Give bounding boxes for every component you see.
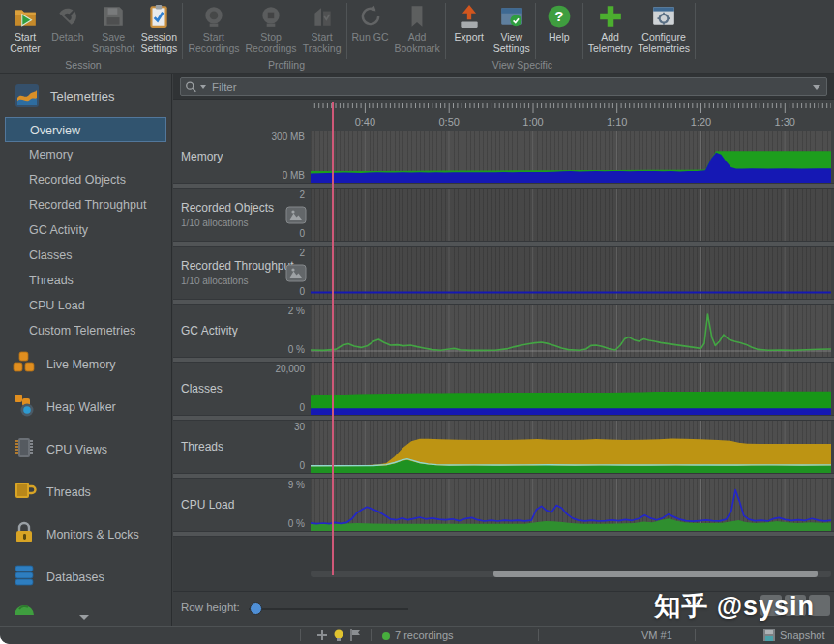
sidebar-header-telemetries[interactable]: Telemetries bbox=[0, 74, 171, 117]
heap-walker-icon bbox=[0, 393, 37, 422]
gc-activity-scale-max: 2 % bbox=[288, 306, 305, 316]
sidebar-item-overview[interactable]: Overview bbox=[5, 117, 166, 142]
svg-text:0:50: 0:50 bbox=[438, 116, 459, 128]
cpu-load-chart[interactable] bbox=[311, 479, 831, 531]
vm-selector[interactable]: VM #1 bbox=[641, 629, 672, 641]
add-bookmark-status-icon[interactable] bbox=[315, 629, 329, 642]
toolbar-configure-telemetries-button[interactable]: ConfigureTelemetries bbox=[635, 0, 693, 54]
stop-recordings-icon bbox=[258, 4, 283, 29]
toolbar-add-bookmark-button: AddBookmark bbox=[392, 0, 443, 54]
save-snapshot-icon bbox=[101, 4, 126, 29]
add-bookmark-icon bbox=[404, 4, 430, 29]
snapshot-label: Snapshot bbox=[780, 629, 824, 641]
gc-activity-chart[interactable] bbox=[311, 305, 831, 357]
telemetry-row-gc-activity: GC Activity2 %0 % bbox=[173, 305, 834, 357]
sidebar: Telemetries OverviewMemoryRecorded Objec… bbox=[0, 74, 172, 626]
sidebar-header-label: Telemetries bbox=[50, 89, 114, 103]
filter-input[interactable]: Filter bbox=[180, 77, 827, 96]
svg-text:1:00: 1:00 bbox=[522, 116, 543, 128]
sidebar-section-cpu-views[interactable]: CPU Views bbox=[0, 428, 171, 471]
recorded-objects-title: Recorded Objects bbox=[181, 201, 274, 215]
start-tracking-icon bbox=[310, 4, 335, 29]
bookmark-line[interactable] bbox=[332, 102, 334, 575]
search-icon bbox=[185, 80, 198, 93]
horizontal-scrollbar-thumb[interactable] bbox=[493, 571, 818, 577]
sidebar-section-label: Monitors & Locks bbox=[46, 528, 139, 542]
toolbar-session-settings-button[interactable]: SessionSettings bbox=[137, 0, 180, 54]
toolbar-separator bbox=[582, 3, 583, 59]
toolbar-run-gc-label: Run GC bbox=[352, 32, 389, 44]
classes-chart[interactable] bbox=[311, 363, 831, 415]
toolbar-view-settings-button[interactable]: ViewSettings bbox=[491, 0, 533, 54]
search-options-caret-icon[interactable] bbox=[200, 85, 206, 89]
recorded-throughput-title: Recorded Throughput bbox=[181, 259, 294, 273]
toolbar-help-label: Help bbox=[549, 32, 570, 44]
recorded-objects-sublabel: 1/10 allocations bbox=[181, 218, 249, 228]
row-height-slider-track[interactable] bbox=[249, 608, 408, 610]
sidebar-section-databases[interactable]: Databases bbox=[0, 556, 171, 599]
sidebar-section-monitors-locks[interactable]: Monitors & Locks bbox=[0, 513, 171, 556]
toolbar-save-snapshot-button: SaveSnapshot bbox=[89, 0, 137, 54]
svg-text:0:40: 0:40 bbox=[355, 116, 375, 128]
threads-scale-min: 0 bbox=[299, 460, 305, 471]
sidebar-item-cpu-load[interactable]: CPU Load bbox=[0, 293, 171, 318]
recorded-throughput-chart[interactable] bbox=[311, 247, 831, 299]
toolbar-start-tracking-label: StartTracking bbox=[303, 32, 342, 54]
globe-icon bbox=[12, 600, 37, 615]
toolbar-add-telemetry-button[interactable]: AddTelemetry bbox=[585, 0, 636, 54]
sidebar-item-recorded-throughput[interactable]: Recorded Throughput bbox=[0, 192, 171, 218]
toolbar-start-center-button[interactable]: StartCenter bbox=[4, 0, 46, 54]
memory-chart[interactable] bbox=[311, 131, 831, 183]
recorded-objects-label-area: Recorded Objects1/10 allocations20 bbox=[173, 189, 311, 241]
cpu-load-title: CPU Load bbox=[181, 498, 234, 512]
sidebar-section-heap-walker[interactable]: Heap Walker bbox=[0, 386, 171, 428]
recorded-objects-chart[interactable] bbox=[311, 189, 831, 241]
sidebar-item-threads[interactable]: Threads bbox=[0, 268, 171, 293]
toolbar-view-settings-label: ViewSettings bbox=[493, 32, 530, 54]
help-icon: ? bbox=[547, 4, 572, 29]
threads-chart[interactable] bbox=[311, 421, 831, 473]
recorded-throughput-label-area: Recorded Throughput1/10 allocations20 bbox=[173, 247, 311, 299]
sidebar-item-custom-telemetries[interactable]: Custom Telemetries bbox=[0, 318, 171, 343]
row-splitter[interactable] bbox=[173, 531, 834, 537]
threads-scale-max: 30 bbox=[294, 422, 305, 432]
sidebar-item-gc-activity[interactable]: GC Activity bbox=[0, 218, 171, 243]
recorded-objects-scale-max: 2 bbox=[299, 190, 305, 200]
jprofiler-window: StartCenterDetachSaveSnapshotSessionSett… bbox=[0, 0, 834, 644]
main-content: Filter 0:400:501:001:101:201:30Memory300… bbox=[173, 74, 834, 626]
telemetry-row-recorded-objects: Recorded Objects1/10 allocations20 bbox=[173, 189, 834, 241]
filter-dropdown-icon[interactable] bbox=[813, 85, 820, 90]
toolbar-detach-label: Detach bbox=[51, 32, 83, 44]
monitors-locks-icon bbox=[0, 520, 37, 549]
toolbar-help-button[interactable]: ?Help bbox=[538, 0, 581, 44]
toolbar-separator bbox=[445, 3, 446, 59]
snapshot-icon bbox=[762, 629, 776, 642]
recorded-objects-record-button[interactable] bbox=[285, 206, 307, 224]
recording-status-dot bbox=[382, 632, 390, 640]
sidebar-item-memory[interactable]: Memory bbox=[0, 142, 171, 167]
flag-icon[interactable] bbox=[348, 629, 362, 642]
sidebar-item-recorded-objects[interactable]: Recorded Objects bbox=[0, 167, 171, 192]
filter-bar: Filter bbox=[173, 74, 834, 100]
sidebar-section-label: Threads bbox=[46, 485, 91, 499]
recorded-throughput-record-button[interactable] bbox=[285, 264, 307, 282]
cpu-load-label-area: CPU Load9 %0 % bbox=[173, 479, 311, 531]
toolbar-start-recordings-button: StartRecordings bbox=[185, 0, 242, 54]
toolbar: StartCenterDetachSaveSnapshotSessionSett… bbox=[0, 0, 834, 74]
sidebar-section-live-memory[interactable]: Live Memory bbox=[0, 343, 171, 386]
status-bar: 7 recordings VM #1 Snapshot bbox=[0, 626, 834, 644]
toolbar-group-label: Profiling bbox=[268, 59, 305, 71]
toolbar-export-button[interactable]: Export bbox=[448, 0, 491, 44]
gc-activity-label-area: GC Activity2 %0 % bbox=[173, 305, 311, 357]
telemetry-row-recorded-throughput: Recorded Throughput1/10 allocations20 bbox=[173, 247, 834, 299]
toolbar-separator bbox=[695, 3, 696, 59]
horizontal-scrollbar[interactable] bbox=[311, 571, 831, 577]
sidebar-section-threads[interactable]: Threads bbox=[0, 471, 171, 513]
toolbar-start-recordings-label: StartRecordings bbox=[188, 32, 239, 54]
threads-title: Threads bbox=[181, 440, 223, 454]
row-height-slider-knob[interactable] bbox=[250, 602, 262, 615]
recordings-count[interactable]: 7 recordings bbox=[395, 629, 454, 641]
sidebar-item-classes[interactable]: Classes bbox=[0, 243, 171, 268]
lightbulb-icon[interactable] bbox=[332, 629, 345, 642]
sidebar-more-chevron-icon[interactable] bbox=[79, 615, 89, 620]
